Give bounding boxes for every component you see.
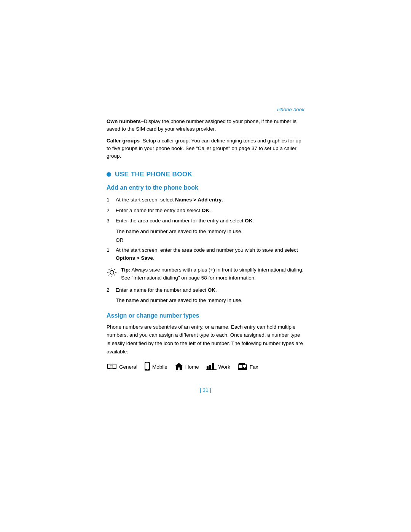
step-3-num: 3 [107,217,116,225]
svg-line-5 [114,275,115,275]
fax-label: Fax [250,364,258,370]
svg-point-27 [244,367,245,368]
svg-rect-21 [212,363,214,369]
caller-groups-label: Caller groups [107,138,140,144]
alt-step-2: 2 Enter a name for the number and select… [107,286,304,294]
tip-box: Tip: Always save numbers with a plus (+)… [107,266,304,282]
add-entry-subsection: Add an entry to the phone book 1 At the … [107,184,304,305]
number-type-general: 📋 General [107,363,137,371]
page-header-label: Phone book [107,107,304,112]
tip-label: Tip: [121,267,131,273]
work-label: Work [218,364,230,370]
general-icon: 📋 [107,363,117,371]
step-3-content: Enter the area code and number for the e… [116,217,304,225]
tip-text: Tip: Always save numbers with a plus (+)… [121,266,304,282]
mobile-icon [144,362,150,372]
svg-line-4 [109,269,110,270]
add-entry-title: Add an entry to the phone book [107,184,304,191]
svg-marker-18 [175,363,183,370]
step-2: 2 Enter a name for the entry and select … [107,206,304,215]
assign-body-text: Phone numbers are subentries of an entry… [107,323,304,356]
svg-rect-17 [146,363,148,363]
svg-text:📋: 📋 [109,364,114,369]
alt-step-2-list: 2 Enter a name for the number and select… [107,286,304,294]
caller-groups-paragraph: Caller groups–Setup a caller group. You … [107,137,304,160]
svg-rect-25 [243,365,246,367]
number-types-row: 📋 General Mobile [107,362,304,372]
page-footer: [ 31 ] [107,387,304,393]
after-alt-step2-text: The name and number are saved to the mem… [116,296,304,305]
svg-point-16 [147,369,148,370]
tip-sun-icon [107,267,117,279]
use-phone-book-title: USE THE PHONE BOOK [115,171,193,178]
step-2-num: 2 [107,206,116,215]
step-1: 1 At the start screen, select Names > Ad… [107,196,304,204]
work-icon [206,363,217,371]
tip-icon-svg [107,267,117,278]
number-type-work: Work [206,363,230,371]
svg-rect-19 [207,366,209,369]
alt-step-2-num: 2 [107,286,116,294]
svg-rect-22 [206,369,217,370]
alt-step-2-content: Enter a name for the number and select O… [116,286,304,294]
assign-number-subsection: Assign or change number types Phone numb… [107,312,304,372]
alt-step-1: 1 At the start screen, enter the area co… [107,246,304,262]
number-type-home: Home [174,362,199,372]
svg-rect-20 [209,365,211,369]
alt-steps-list: 1 At the start screen, enter the area co… [107,246,304,262]
mobile-label: Mobile [152,364,167,370]
use-phone-book-section-header: USE THE PHONE BOOK [107,171,304,178]
alt-step-1-content: At the start screen, enter the area code… [116,246,304,262]
assign-section-title: Assign or change number types [107,312,304,319]
home-icon [174,362,183,372]
home-label: Home [185,364,199,370]
alt-step-1-num: 1 [107,246,116,254]
svg-point-8 [110,270,114,274]
own-numbers-paragraph: Own numbers–Display the phone number ass… [107,118,304,133]
svg-point-9 [112,275,112,275]
tip-content: Always save numbers with a plus (+) in f… [121,267,304,281]
step-3: 3 Enter the area code and number for the… [107,217,304,225]
fax-icon [237,362,248,372]
page-number: [ 31 ] [200,387,211,393]
page: Phone book Own numbers–Display the phone… [0,0,411,532]
step-1-num: 1 [107,196,116,204]
number-type-fax: Fax [237,362,258,372]
phone-book-label: Phone book [277,107,304,112]
content-area: Phone book Own numbers–Display the phone… [107,0,304,423]
own-numbers-label: Own numbers [107,118,141,124]
add-entry-steps-list: 1 At the start screen, select Names > Ad… [107,196,304,225]
step-1-content: At the start screen, select Names > Add … [116,196,304,204]
svg-line-6 [114,269,115,270]
after-step3-text: The name and number are saved to the mem… [116,227,304,236]
svg-line-7 [109,275,110,275]
svg-rect-24 [239,365,242,368]
step-2-content: Enter a name for the entry and select OK… [116,206,304,215]
bullet-dot-icon [107,172,111,177]
number-type-mobile: Mobile [144,362,167,372]
or-divider: OR [116,237,304,243]
general-label: General [119,364,137,370]
svg-rect-26 [239,363,245,365]
svg-rect-15 [145,363,149,369]
